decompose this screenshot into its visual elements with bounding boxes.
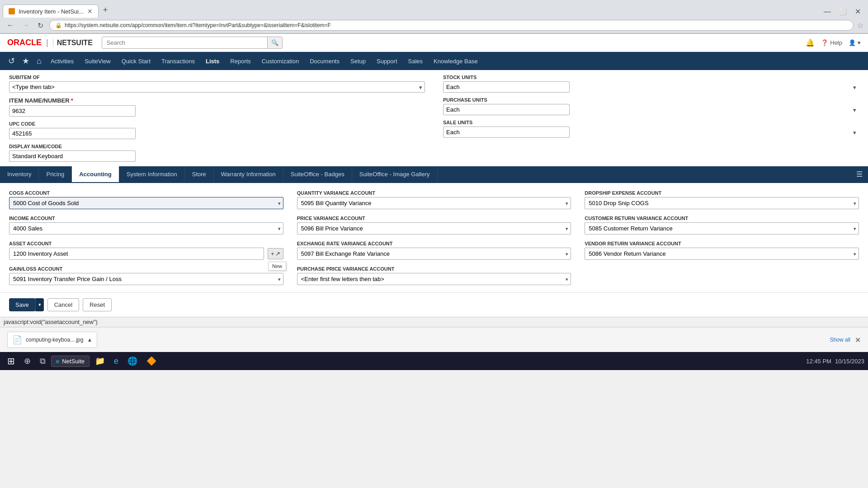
asset-account-select[interactable]: 1200 Inventory Asset [9, 248, 264, 260]
nav-sales[interactable]: Sales [403, 53, 429, 69]
nav-quickstart[interactable]: Quick Start [116, 53, 156, 69]
stock-units-label: STOCK UNITS [443, 75, 859, 80]
nav-customization[interactable]: Customization [256, 53, 304, 69]
app-btn[interactable]: 🔶 [143, 354, 160, 368]
close-download-bar-btn[interactable]: ✕ [855, 336, 861, 344]
user-arrow: ▾ [858, 39, 861, 46]
chrome-btn[interactable]: 🌐 [124, 354, 141, 368]
exchange-rate-select[interactable]: 5097 Bill Exchange Rate Variance [297, 248, 571, 260]
subitem-of-select[interactable]: <Type then tab> [9, 81, 425, 93]
income-account-select-wrap: 4000 Sales ▾ [9, 222, 283, 235]
nav-support[interactable]: Support [371, 53, 403, 69]
sale-units-select[interactable]: Each [443, 127, 570, 138]
star-icon[interactable]: ★ [19, 52, 33, 70]
search-taskbar-btn[interactable]: ⊕ [20, 354, 34, 368]
dropship-expense-select[interactable]: 5010 Drop Snip COGS [585, 197, 859, 209]
maximize-btn[interactable]: ⬜ [835, 6, 850, 17]
nav-setup[interactable]: Setup [345, 53, 371, 69]
display-name-input[interactable] [9, 150, 136, 162]
tab-suiteoffice-badges[interactable]: SuiteOffice - Badges [283, 166, 352, 182]
price-variance-select[interactable]: 5096 Bill Price Variance [297, 222, 571, 235]
forward-btn[interactable]: → [20, 20, 32, 30]
edge-btn[interactable]: e [110, 355, 122, 368]
tab-suiteoffice-gallery[interactable]: SuiteOffice - Image Gallery [352, 166, 438, 182]
cogs-account-field: COGS ACCOUNT 5000 Cost of Goods Sold ▾ [9, 190, 283, 209]
taskbar-app-label: NetSuite [62, 358, 85, 365]
item-name-input[interactable] [9, 105, 136, 117]
purchase-price-select[interactable]: <Enter first few letters then tab> [297, 273, 571, 285]
reset-button[interactable]: Reset [83, 298, 112, 311]
download-chevron-icon[interactable]: ▲ [87, 337, 92, 343]
bookmark-icon[interactable]: ☆ [857, 21, 863, 30]
close-window-btn[interactable]: ✕ [851, 5, 864, 18]
notifications-btn[interactable]: 🔔 [806, 38, 815, 47]
show-all-btn[interactable]: Show all [830, 337, 850, 343]
cogs-account-select[interactable]: 5000 Cost of Goods Sold [9, 197, 283, 209]
address-input[interactable] [65, 22, 848, 28]
taskbar-browser[interactable]: e NetSuite [51, 356, 90, 367]
search-button[interactable]: 🔍 [267, 37, 282, 48]
vendor-return-select[interactable]: 5086 Vendor Return Variance [585, 248, 859, 260]
save-dropdown-btn[interactable]: ▾ [35, 298, 44, 311]
tab-store[interactable]: Store [185, 166, 214, 182]
tabs-menu-btn[interactable]: ☰ [851, 166, 868, 182]
tab-system-info[interactable]: System Information [119, 166, 185, 182]
nav-reports[interactable]: Reports [225, 53, 256, 69]
help-btn[interactable]: ❓ Help [821, 39, 842, 46]
back-btn[interactable]: ← [5, 20, 16, 30]
tabs-bar: Inventory Pricing Accounting System Info… [0, 166, 868, 183]
upc-code-group: UPC CODE [9, 121, 425, 139]
income-account-select[interactable]: 4000 Sales [9, 222, 283, 235]
tab-favicon [9, 8, 15, 14]
purchase-price-variance-label: PURCHASE PRICE VARIANCE ACCOUNT [297, 266, 571, 272]
nav-documents[interactable]: Documents [304, 53, 345, 69]
tab-title: Inventory Item - NetSui... [19, 8, 84, 15]
file-explorer-btn[interactable]: 📁 [91, 354, 108, 368]
nav-activities[interactable]: Activities [45, 53, 79, 69]
download-bar: 📄 computing-keyboa....jpg ▲ Show all ✕ [0, 327, 868, 352]
cancel-button[interactable]: Cancel [47, 298, 79, 311]
help-icon: ❓ [821, 39, 828, 46]
download-file-icon: 📄 [12, 335, 22, 345]
asset-account-select-wrap: 1200 Inventory Asset ▾ + ↗ New [9, 248, 283, 260]
status-bar: javascript:void("assetaccount_new") [0, 317, 868, 327]
netsuite-text: NETSUITE [53, 39, 93, 47]
purchase-units-group: PURCHASE UNITS Each [443, 97, 859, 115]
home-icon[interactable]: ⌂ [33, 53, 45, 70]
minimize-btn[interactable]: — [820, 6, 835, 18]
browser-tab[interactable]: Inventory Item - NetSui... ✕ [3, 5, 99, 18]
form-upper: SUBITEM OF <Type then tab> ITEM NAME/NUM… [0, 70, 868, 166]
asset-new-btn[interactable]: + ↗ New [268, 248, 283, 259]
tab-pricing[interactable]: Pricing [39, 166, 72, 182]
customer-return-select[interactable]: 5085 Customer Return Variance [585, 222, 859, 235]
new-tab-btn[interactable]: + [99, 3, 113, 18]
task-view-btn[interactable]: ⧉ [36, 355, 49, 368]
gain-loss-select[interactable]: 5091 Inventory Transfer Price Gain / Los… [9, 273, 283, 285]
save-button-group: Save ▾ [9, 298, 44, 311]
sale-units-label: SALE UNITS [443, 120, 859, 125]
nav-knowledgebase[interactable]: Knowledge Base [428, 53, 483, 69]
vendor-return-label: VENDOR RETURN VARIANCE ACCOUNT [585, 241, 859, 246]
customer-return-select-wrap: 5085 Customer Return Variance ▾ [585, 222, 859, 235]
nav-transactions[interactable]: Transactions [156, 53, 200, 69]
cogs-account-select-wrap: 5000 Cost of Goods Sold ▾ [9, 197, 283, 209]
stock-units-group: STOCK UNITS Each [443, 75, 859, 93]
tab-accounting[interactable]: Accounting [72, 166, 119, 182]
upc-code-input[interactable] [9, 128, 136, 139]
start-btn[interactable]: ⊞ [4, 354, 19, 368]
nav-lists[interactable]: Lists [200, 53, 225, 69]
user-btn[interactable]: 👤 ▾ [849, 39, 861, 46]
nav-suiteview[interactable]: SuiteView [79, 53, 116, 69]
home-refresh-icon[interactable]: ↺ [5, 52, 19, 70]
save-button[interactable]: Save [9, 298, 35, 311]
search-input[interactable] [102, 37, 267, 48]
stock-units-select[interactable]: Each [443, 81, 570, 93]
tab-close-btn[interactable]: ✕ [87, 8, 93, 15]
qty-variance-select[interactable]: 5095 Bill Quantity Variance [297, 197, 571, 209]
gain-loss-select-wrap: 5091 Inventory Transfer Price Gain / Los… [9, 273, 283, 285]
refresh-btn[interactable]: ↻ [35, 20, 46, 31]
purchase-units-select[interactable]: Each [443, 104, 570, 115]
dropship-expense-label: DROPSHIP EXPENSE ACCOUNT [585, 190, 859, 196]
tab-inventory[interactable]: Inventory [0, 166, 39, 182]
tab-warranty[interactable]: Warranty Information [214, 166, 283, 182]
